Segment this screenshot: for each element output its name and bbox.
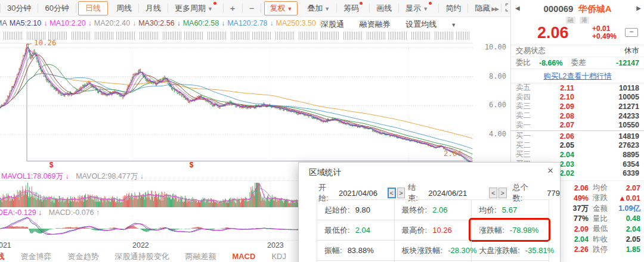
order-row-buy-1[interactable]: 买一2.0614819 xyxy=(511,132,644,141)
l2-purchase-link[interactable]: 购买L2查看十档行情 xyxy=(511,68,644,83)
stat-label: 涨跌 xyxy=(593,193,618,203)
period-button-4[interactable]: 周线 xyxy=(110,3,138,14)
order-row-sell-4[interactable]: 卖二2.0824233 xyxy=(511,111,644,121)
price-block: 2.06 +0.01 +0.49% − xyxy=(511,23,644,45)
tab-K线[interactable]: K线 xyxy=(0,251,4,262)
chart-tools-group: + − 复权▼ 叠加▼ 筹码 画线 显示▼ 简约 隐藏▶▶ xyxy=(224,0,521,17)
stock-code: 000069 xyxy=(543,4,573,14)
chart-links: 深股通 融资融券 设置均线▼ xyxy=(321,19,482,30)
dialog-stat-label: 板块涨跌幅: xyxy=(402,246,443,255)
chevron-down-icon: ▼ xyxy=(451,22,456,28)
chevron-down-icon: ▼ xyxy=(287,6,292,12)
order-row-sell-5[interactable]: 卖一2.0710550 xyxy=(511,120,644,130)
tab-深股通持股变化[interactable]: 深股通持股变化 xyxy=(114,251,169,262)
start-date: 2021/04/06 xyxy=(339,189,386,198)
dialog-stat-value: -35.81% xyxy=(525,246,554,255)
order-row-buy-3[interactable]: 买三2.048895 xyxy=(511,150,644,160)
dialog-stat-cell: 均价:5.67 xyxy=(472,200,549,220)
dialog-stat-label: 起始价: xyxy=(324,205,350,214)
tab-MACD[interactable]: MACD xyxy=(232,252,255,261)
tab-KDJ[interactable]: KDJ xyxy=(271,252,286,261)
order-volume: 8895 xyxy=(574,151,639,159)
stat-value: 2.05 xyxy=(618,235,644,244)
order-volume: 10118 xyxy=(574,84,639,92)
dialog-stat-cell: 最终价:2.06 xyxy=(395,200,472,220)
ma-settings-dropdown[interactable]: 设置均线▼ xyxy=(405,20,469,29)
prev-stock-arrow[interactable]: ◀ xyxy=(515,5,520,11)
overlay-dropdown[interactable]: 叠加▼ xyxy=(301,3,336,14)
order-label: 买二 xyxy=(516,141,536,151)
stat-label: 跌停 xyxy=(593,245,618,255)
down-arrow-icon: ↓ xyxy=(221,19,225,27)
adjust-price-dropdown[interactable]: 复权▼ xyxy=(264,1,298,15)
chevron-down-icon: ▼ xyxy=(208,6,213,12)
kline-chart[interactable] xyxy=(0,43,473,162)
dialog-stat-value: 5.67 xyxy=(502,205,517,214)
stat-label: 均价 xyxy=(593,183,618,193)
dialog-stat-cell: 大盘涨跌幅:-35.81% xyxy=(472,241,549,261)
period-button-1[interactable]: 30分钟 xyxy=(1,3,38,14)
high-price-annotation: 10.26 xyxy=(34,38,57,47)
dialog-stat-value: 9.80 xyxy=(355,205,370,214)
ma-value-5: MA60:2.58 xyxy=(183,19,219,27)
zoom-out-button[interactable]: − xyxy=(243,3,261,13)
period-button-2[interactable]: 60分钟 xyxy=(38,3,75,14)
ma-legend-row: MAMA5:2.10↓MA10:2.20↓MA20:2.40↓MA30:2.56… xyxy=(0,17,510,30)
stat-value: 2.07 xyxy=(618,184,644,192)
ma-values: MAMA5:2.10↓MA10:2.20↓MA20:2.40↓MA30:2.56… xyxy=(0,19,324,27)
end-prev-button[interactable]: < xyxy=(489,188,497,198)
dividend-marker-icon: $ xyxy=(188,161,194,169)
chips-button[interactable]: 筹码 xyxy=(337,3,369,14)
period-button-6[interactable]: 更多周期▼ xyxy=(168,3,223,14)
region-stats-dialog: 区域统计 × 开始: 2021/04/06 < > 结束: 2024/06/21… xyxy=(298,162,561,262)
down-arrow-icon: ↓ xyxy=(88,19,92,27)
dialog-grid-row-2: 最低价:2.04最高价:10.26涨跌幅:-78.98% xyxy=(317,220,549,241)
dialog-stat-value: 2.04 xyxy=(355,226,370,235)
display-dropdown[interactable]: 显示▼ xyxy=(399,3,438,14)
low-price-annotation: 2.04 xyxy=(444,149,462,158)
end-next-button[interactable]: > xyxy=(499,188,507,198)
chart-toolbar: 30分钟60分钟日线周线月线更多周期▼ + − 复权▼ 叠加▼ 筹码 画线 显示… xyxy=(0,0,510,17)
dialog-stat-label: 振幅: xyxy=(324,246,342,255)
order-volume: 21271 xyxy=(574,102,639,111)
shenzhen-connect-link[interactable]: 深股通 xyxy=(321,20,344,29)
dialog-stat-label: 最终价: xyxy=(402,205,428,214)
margin-trading-link[interactable]: 融资融券 xyxy=(360,20,391,29)
dialog-stat-value: 2.06 xyxy=(432,205,447,214)
down-arrow-icon: ↓ xyxy=(270,19,274,27)
order-label: 买三 xyxy=(516,149,536,160)
axis-tick: 6.00 xyxy=(489,101,506,109)
order-row-sell-1[interactable]: 卖五2.1110118 xyxy=(511,83,644,93)
tab-资金博弈[interactable]: 资金博弈 xyxy=(20,251,51,262)
zoom-in-button[interactable]: + xyxy=(224,3,242,13)
hide-panel-button[interactable]: 隐藏▶▶ xyxy=(468,3,501,14)
next-stock-arrow[interactable]: ▶ xyxy=(636,5,641,11)
notification-dot xyxy=(213,2,216,5)
price-axis: 10.00 8.00 6.00 4.00 xyxy=(474,43,509,162)
order-row-buy-2[interactable]: 买二2.0527623 xyxy=(511,141,644,151)
close-icon[interactable]: × xyxy=(547,165,553,177)
period-button-5[interactable]: 月线 xyxy=(139,3,168,14)
tab-资金趋势[interactable]: 资金趋势 xyxy=(67,251,98,262)
collapse-panel-button[interactable]: − xyxy=(625,28,638,37)
order-label: 卖一 xyxy=(516,120,536,130)
divider xyxy=(501,4,501,13)
ma-prefix: MA xyxy=(0,19,7,27)
stat-label: 量比 xyxy=(593,214,618,224)
stat-value: 1.09亿 xyxy=(618,204,644,214)
dialog-stat-cell: 起始价:9.80 xyxy=(317,200,395,220)
start-prev-button[interactable]: < xyxy=(388,188,396,198)
period-button-3[interactable]: 日线 xyxy=(78,1,108,15)
double-arrow-icon: ▶▶ xyxy=(491,6,499,12)
draw-line-button[interactable]: 画线 xyxy=(370,3,398,14)
notification-dot xyxy=(429,2,432,5)
order-row-sell-3[interactable]: 卖三2.0921271 xyxy=(511,102,644,111)
tab-两融差额[interactable]: 两融差额 xyxy=(185,251,216,262)
dialog-stat-cell: 振幅:83.88% xyxy=(317,241,395,261)
simple-mode-button[interactable]: 简约 xyxy=(439,3,467,14)
start-next-button[interactable]: > xyxy=(397,188,405,198)
order-volume: 10550 xyxy=(574,121,639,129)
order-row-sell-2[interactable]: 卖四2.1010005 xyxy=(511,93,644,102)
down-arrow-icon: ↓ xyxy=(132,19,136,27)
order-label: 卖二 xyxy=(516,111,536,121)
